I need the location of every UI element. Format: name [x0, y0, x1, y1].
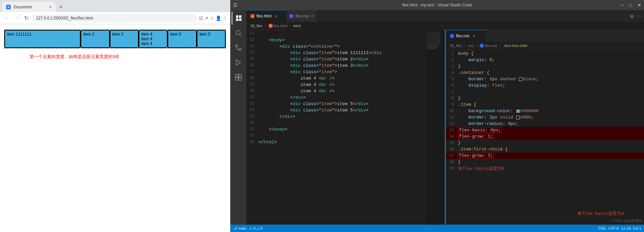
tab-close-btn[interactable]: ×	[49, 4, 52, 10]
code-line: 14 <div class="item">item 1111111</div	[246, 50, 445, 56]
titlebar-text: flex.html - my-test - Visual Studio Code	[402, 3, 472, 7]
back-button[interactable]: ←	[3, 14, 11, 22]
tab-close-html[interactable]: ×	[275, 14, 278, 19]
tab-label-css: flex.css	[295, 14, 309, 18]
status-branch: ⎇ main	[233, 226, 246, 231]
html-icon: H	[250, 14, 255, 18]
css-icon: C	[289, 14, 293, 18]
css-code-line: 18}	[446, 159, 644, 165]
minimize-button[interactable]: ─	[620, 2, 624, 8]
css-breadcrumb-folder[interactable]: 02_flex	[450, 44, 462, 48]
tab-flex-html[interactable]: H flex.html ×	[246, 10, 287, 22]
tab-close-css[interactable]: ×	[311, 13, 314, 18]
breadcrumb-folder[interactable]: 02_flex	[250, 24, 262, 28]
share-button[interactable]: ↗	[204, 15, 209, 21]
css-code-line: 10 background-color: #46b0e0	[446, 108, 644, 114]
maximize-button[interactable]: □	[629, 2, 632, 8]
minimap-lines	[426, 30, 445, 51]
css-breadcrumb-file[interactable]: C flex.css	[480, 44, 497, 48]
code-line: 11	[246, 31, 445, 37]
vscode-statusbar: ⎇ main ⚠ 0 △ 0 CSS UTF-8 Ln 19, Col 1	[230, 225, 644, 232]
css-code-line-highlighted: 17 flex-grow: 3;	[446, 152, 644, 159]
code-line: 23 <div class="item">item 5</div>	[246, 107, 445, 113]
code-line: 20 item 4 <br />	[246, 88, 445, 94]
css-tab-icon: C	[450, 34, 454, 38]
code-line: 17 <div class="item">	[246, 69, 445, 75]
breadcrumb-section[interactable]: html	[293, 24, 301, 28]
flex-container: item 1111111 item 2 item 3 item 4 item 4…	[4, 30, 226, 48]
css-code-line: 16.item:first-child {	[446, 146, 644, 152]
code-line: 15 <div class="item">item 2</div>	[246, 56, 445, 62]
css-tab-close[interactable]: ×	[473, 34, 475, 39]
titlebar-controls: ☰	[233, 2, 237, 8]
html-editor[interactable]: 11 12 <body> 13 <div class="container"> …	[246, 30, 445, 225]
html-minimap	[426, 30, 445, 225]
cast-button[interactable]: ⊡	[199, 15, 203, 21]
sidebar-item-search[interactable]	[232, 26, 245, 40]
status-language: CSS	[598, 226, 606, 230]
sidebar-item-extensions[interactable]	[232, 71, 245, 84]
css-tab-row: C flex.css ×	[446, 30, 644, 42]
css-breadcrumb: 02_flex > css > C flex.css > .item:first…	[446, 42, 644, 50]
breadcrumb-file[interactable]: H flex.html	[269, 24, 287, 28]
sidebar-item-source-control[interactable]	[232, 41, 245, 54]
css-code-line: 1body {	[446, 50, 644, 57]
code-line: 18 item 4 <br />	[246, 75, 445, 82]
code-line: 26 </body>	[246, 126, 445, 133]
new-tab-button[interactable]: +	[56, 4, 65, 11]
more-actions-icon[interactable]: ⋯	[637, 13, 641, 19]
tab-css-active[interactable]: C flex.css ×	[446, 30, 486, 42]
svg-rect-12	[239, 78, 241, 80]
css-tab-label: flex.css	[456, 34, 469, 38]
svg-line-5	[240, 34, 241, 36]
browser-actions: ⊡ ↗ ☆ 👤 ⋮	[199, 15, 227, 21]
code-line: 13 <div class="container">	[246, 43, 445, 50]
tab-flex-css[interactable]: C flex.css ×	[287, 10, 317, 22]
svg-point-4	[236, 31, 240, 35]
profile-button[interactable]: 👤	[216, 15, 221, 21]
svg-rect-2	[236, 18, 238, 21]
css-breadcrumb-icon: C	[480, 44, 484, 48]
menu-button[interactable]: ⋮	[223, 15, 227, 21]
status-encoding: UTF-8	[608, 226, 619, 230]
code-line: 22 <div class="item">item 5</div>	[246, 101, 445, 107]
tab-favicon: ●	[6, 5, 11, 9]
svg-marker-8	[236, 60, 241, 65]
css-code-line: 2 margin: 0;	[446, 57, 644, 63]
browser-tab-document[interactable]: ● Document ×	[2, 2, 56, 12]
code-line: 19 item 4 <br />	[246, 82, 445, 88]
vscode-main: H flex.html × C flex.css × ⊞ ⋯ 02_flex >	[230, 10, 644, 225]
bookmark-button[interactable]: ☆	[210, 15, 214, 21]
editor-tabs-row: H flex.html × C flex.css × ⊞ ⋯	[246, 10, 644, 22]
css-comment-text: 将flex-basis设置为0	[578, 211, 624, 217]
svg-point-6	[236, 45, 238, 47]
close-button[interactable]: ✕	[637, 2, 641, 8]
forward-button[interactable]: →	[13, 14, 21, 22]
code-line: 28</html>	[246, 139, 445, 145]
css-code-line: 15}	[446, 140, 644, 146]
hamburger-menu[interactable]: ☰	[233, 2, 237, 8]
sidebar-item-run[interactable]	[232, 56, 245, 69]
activity-bar	[230, 10, 246, 225]
svg-rect-3	[239, 18, 241, 21]
css-breadcrumb-css-folder[interactable]: css	[468, 44, 474, 48]
tab-label-html: flex.html	[257, 14, 272, 18]
css-breadcrumb-selector[interactable]: .item:first-child	[503, 44, 527, 48]
editor-actions: ⊞ ⋯	[627, 10, 644, 22]
window-controls: ─ □ ✕	[620, 2, 641, 8]
address-input[interactable]	[32, 14, 197, 22]
status-errors: ⚠ 0 △ 0	[249, 226, 262, 231]
css-code-line: 19将flex-basis设置为0	[446, 165, 644, 172]
flex-item-3: item 3	[110, 30, 139, 48]
flex-item-5: item 5	[168, 30, 196, 48]
split-editor-icon[interactable]: ⊞	[630, 13, 634, 19]
code-line: 25	[246, 120, 445, 126]
code-line: 16 <div class="item">item 3</div>	[246, 62, 445, 69]
css-code-line: 3}	[446, 63, 644, 69]
sidebar-item-explorer[interactable]	[232, 11, 245, 25]
color-swatch-blue	[516, 109, 520, 113]
css-code-area[interactable]: 1body { 2 margin: 0; 3} 4.container { 5 …	[446, 50, 644, 225]
code-line: 12 <body>	[246, 37, 445, 43]
browser-content: item 1111111 item 2 item 3 item 4 item 4…	[0, 24, 230, 232]
refresh-button[interactable]: ↻	[23, 14, 30, 22]
